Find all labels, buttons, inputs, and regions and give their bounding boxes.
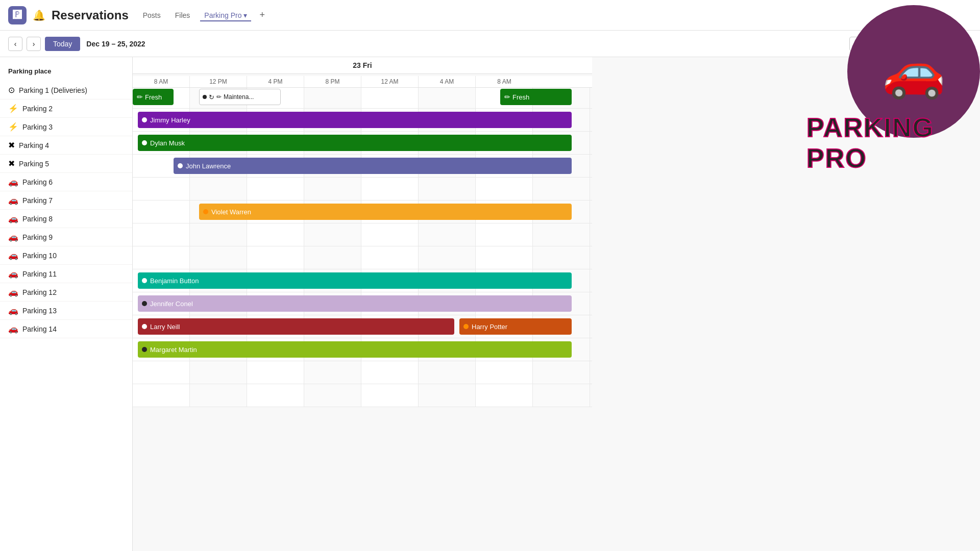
- parking-icon-12: 🚗: [8, 306, 18, 315]
- parking-icon-11: 🚗: [8, 287, 18, 297]
- status-dot: [142, 324, 147, 329]
- grid-row-1: Jimmy Harley: [133, 109, 592, 132]
- parking-icon-9: 🚗: [8, 251, 18, 260]
- grid-row-7: [133, 246, 592, 269]
- grid-cell-13-4: [361, 384, 419, 407]
- parking-icon-5: 🚗: [8, 177, 18, 187]
- today-button[interactable]: Today: [45, 37, 80, 51]
- sidebar-item-10[interactable]: 🚗 Parking 11: [0, 265, 132, 283]
- sidebar-item-5[interactable]: 🚗 Parking 6: [0, 173, 132, 191]
- parking-label-7: Parking 8: [22, 215, 53, 223]
- app-icon: 🅿: [8, 6, 27, 24]
- prev-button[interactable]: ‹: [8, 37, 22, 51]
- parking-label-1: Parking 2: [22, 105, 53, 113]
- grid-cell-13-2: [247, 384, 304, 407]
- grid-cell-12-6: [476, 361, 533, 384]
- nav-parking-pro[interactable]: Parking Pro ▾: [200, 9, 251, 21]
- grid-cell-6-1: [190, 223, 247, 246]
- grid-cell-4-5: [419, 178, 476, 200]
- fresh-bar-0-0[interactable]: ✏ Fresh: [133, 89, 174, 105]
- dot-icon: [203, 95, 207, 99]
- grid-row-10: Larry Neill Harry Potter: [133, 315, 592, 338]
- reservation-bar-10-0[interactable]: Larry Neill: [138, 318, 454, 335]
- reservation-bar-9-0[interactable]: Jennifer Conel: [138, 295, 572, 312]
- grid-cell-7-7: [533, 246, 590, 269]
- grid-row-11: Margaret Martin: [133, 338, 592, 361]
- maintenance-bar-0-1[interactable]: ↻ ✏ Maintena...: [199, 89, 281, 105]
- page-title: Reservations: [52, 8, 129, 22]
- sidebar-item-11[interactable]: 🚗 Parking 12: [0, 283, 132, 302]
- grid-cell-7-5: [419, 246, 476, 269]
- status-dot: [178, 163, 183, 168]
- time-label-4: 12 AM: [361, 76, 419, 87]
- grid-cell-4-6: [476, 178, 533, 200]
- parking-label-3: Parking 4: [19, 141, 49, 149]
- sidebar-item-8[interactable]: 🚗 Parking 9: [0, 228, 132, 246]
- sidebar-item-3[interactable]: ✖ Parking 4: [0, 136, 132, 155]
- parking-icon-10: 🚗: [8, 269, 18, 279]
- reservation-bar-2-0[interactable]: Dylan Musk: [138, 135, 572, 151]
- grid-cell-4-0: [133, 178, 190, 200]
- add-tab-button[interactable]: +: [259, 10, 265, 20]
- grid-cell-12-5: [419, 361, 476, 384]
- fresh-bar-0-2[interactable]: ✏ Fresh: [500, 89, 572, 105]
- sidebar-item-2[interactable]: ⚡ Parking 3: [0, 118, 132, 136]
- reservation-bar-10-1[interactable]: Harry Potter: [459, 318, 572, 335]
- sidebar-item-1[interactable]: ⚡ Parking 2: [0, 99, 132, 118]
- time-label-6: 8 AM: [476, 76, 533, 87]
- grid-cell-12-3: [304, 361, 361, 384]
- sidebar-item-0[interactable]: ⊙ Parking 1 (Deliveries): [0, 81, 132, 99]
- tags-dropdown[interactable]: Tags ▾: [849, 37, 900, 51]
- parking-label-4: Parking 5: [19, 160, 49, 168]
- sidebar-item-9[interactable]: 🚗 Parking 10: [0, 246, 132, 265]
- reservation-bar-5-0[interactable]: Violet Warren: [199, 204, 572, 220]
- sidebar-item-4[interactable]: ✖ Parking 5: [0, 155, 132, 173]
- grid-cell-12-7: [533, 361, 590, 384]
- grid-cell-12-0: [133, 361, 190, 384]
- sidebar-item-6[interactable]: 🚗 Parking 7: [0, 191, 132, 210]
- pencil-icon: ✏: [137, 93, 143, 101]
- reservation-name: Margaret Martin: [150, 346, 197, 354]
- reservation-bar-11-0[interactable]: Margaret Martin: [138, 341, 572, 358]
- grid-cell-0-4: [361, 86, 419, 108]
- pencil-icon: ✏: [216, 93, 222, 101]
- parking-label-9: Parking 10: [22, 252, 57, 260]
- reservation-bar-1-0[interactable]: Jimmy Harley: [138, 112, 572, 128]
- status-dot: [142, 117, 147, 122]
- sidebar-item-7[interactable]: 🚗 Parking 8: [0, 210, 132, 228]
- grid-cell-7-2: [247, 246, 304, 269]
- next-button[interactable]: ›: [27, 37, 41, 51]
- status-dot: [142, 140, 147, 145]
- grid-cell-13-5: [419, 384, 476, 407]
- timezone-selector[interactable]: America/Montreal: [904, 37, 972, 51]
- chevron-down-icon: ▾: [872, 40, 876, 48]
- grid-cell-6-0: [133, 223, 190, 246]
- grid-cell-6-2: [247, 223, 304, 246]
- grid-cell-7-4: [361, 246, 419, 269]
- pencil-icon: ✏: [504, 93, 510, 101]
- status-dot: [463, 324, 469, 329]
- reservation-bar-8-0[interactable]: Benjamin Button: [138, 272, 572, 289]
- sidebar-item-12[interactable]: 🚗 Parking 13: [0, 302, 132, 320]
- time-labels-row: 8 AM 12 PM 4 PM 8 PM 12 AM 4 AM 8 AM: [133, 76, 592, 88]
- reservation-bar-3-0[interactable]: John Lawrence: [174, 158, 572, 174]
- parking-label-10: Parking 11: [22, 270, 57, 278]
- nav-files[interactable]: Files: [171, 9, 194, 21]
- time-label-2: 4 PM: [247, 76, 304, 87]
- nav-posts[interactable]: Posts: [139, 9, 165, 21]
- chevron-down-icon: ▾: [243, 11, 247, 19]
- sidebar-item-13[interactable]: 🚗 Parking 14: [0, 320, 132, 338]
- bell-icon[interactable]: 🔔: [33, 9, 45, 21]
- grid-row-5: Violet Warren: [133, 201, 592, 223]
- tags-label: Tags: [855, 40, 870, 48]
- parking-label-5: Parking 6: [22, 178, 53, 186]
- sidebar-items-container: ⊙ Parking 1 (Deliveries) ⚡ Parking 2 ⚡ P…: [0, 81, 132, 338]
- grid-cell-6-5: [419, 223, 476, 246]
- grid-cell-6-6: [476, 223, 533, 246]
- grid-cell-13-3: [304, 384, 361, 407]
- calendar-area[interactable]: 23 Fri 8 AM 12 PM 4 PM 8 PM 12 AM 4 AM 8…: [133, 57, 980, 551]
- grid-cell-6-3: [304, 223, 361, 246]
- app-logo-icon: 🅿: [13, 10, 22, 20]
- time-label-1: 12 PM: [190, 76, 247, 87]
- time-label-0: 8 AM: [133, 76, 190, 87]
